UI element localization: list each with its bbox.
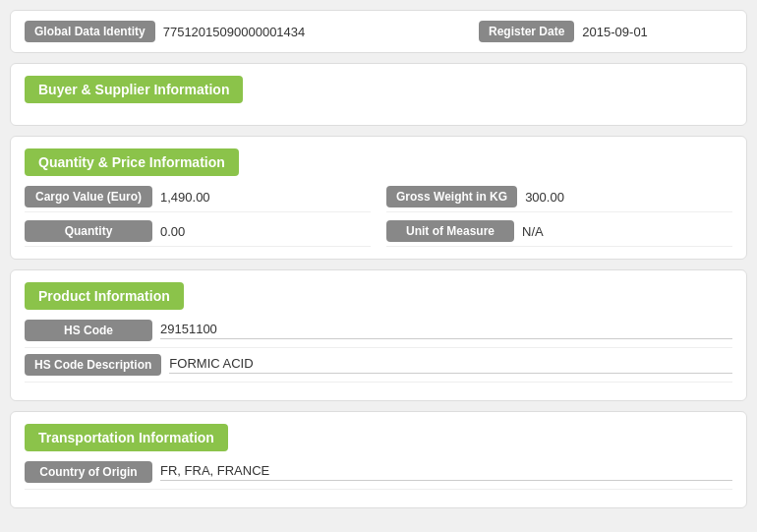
quantity-value: 0.00 (160, 224, 371, 239)
unit-of-measure-value: N/A (522, 224, 732, 239)
country-of-origin-label: Country of Origin (25, 461, 152, 483)
cargo-value: 1,490.00 (160, 190, 371, 205)
hs-code-value: 29151100 (160, 322, 732, 339)
gross-weight-row: Gross Weight in KG 300.00 (386, 186, 732, 212)
quantity-label: Quantity (25, 220, 152, 242)
gross-weight-label: Gross Weight in KG (386, 186, 517, 207)
unit-of-measure-label: Unit of Measure (386, 220, 514, 242)
transportation-section: Transportation Information Country of Or… (10, 411, 747, 508)
top-bar: Global Data Identity 7751201509000000143… (10, 10, 747, 53)
buyer-supplier-section: Buyer & Supplier Information (10, 63, 747, 126)
hs-code-desc-label: HS Code Description (25, 354, 161, 376)
quantity-price-grid: Cargo Value (Euro) 1,490.00 Gross Weight… (25, 186, 732, 247)
cargo-value-row: Cargo Value (Euro) 1,490.00 (25, 186, 371, 212)
hs-code-label: HS Code (25, 320, 152, 341)
quantity-price-section: Quantity & Price Information Cargo Value… (10, 136, 747, 260)
gross-weight-value: 300.00 (525, 190, 732, 205)
hs-code-desc-row: HS Code Description FORMIC ACID (25, 354, 732, 383)
global-data-value: 77512015090000001434 (163, 25, 314, 39)
buyer-supplier-header: Buyer & Supplier Information (25, 76, 243, 103)
country-of-origin-value: FR, FRA, FRANCE (160, 463, 732, 481)
unit-of-measure-row: Unit of Measure N/A (386, 220, 732, 247)
hs-code-row: HS Code 29151100 (25, 320, 732, 348)
register-date-label: Register Date (479, 21, 574, 42)
quantity-price-header: Quantity & Price Information (25, 148, 239, 176)
product-section: Product Information HS Code 29151100 HS … (10, 269, 747, 401)
register-date-value: 2015-09-01 (582, 25, 732, 39)
quantity-row: Quantity 0.00 (25, 220, 371, 247)
country-of-origin-row: Country of Origin FR, FRA, FRANCE (25, 461, 732, 490)
transportation-header: Transportation Information (25, 424, 228, 451)
cargo-value-label: Cargo Value (Euro) (25, 186, 152, 207)
hs-code-desc-value: FORMIC ACID (169, 356, 732, 374)
global-data-label: Global Data Identity (25, 21, 155, 42)
product-header: Product Information (25, 282, 184, 310)
